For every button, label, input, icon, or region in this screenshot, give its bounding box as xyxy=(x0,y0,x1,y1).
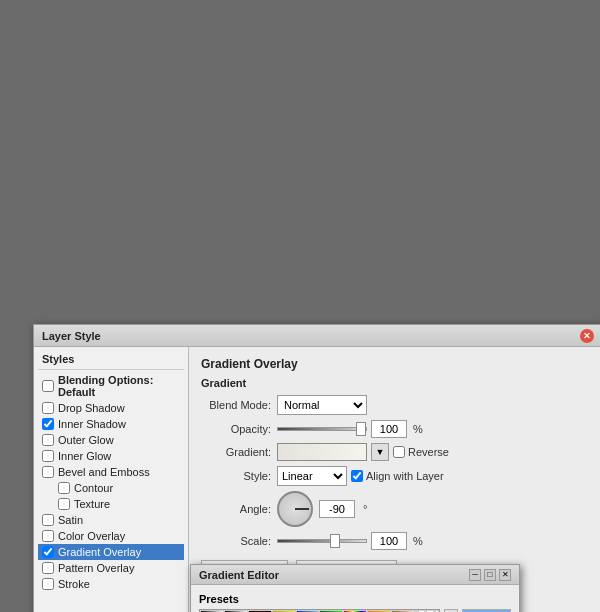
bevel-emboss-label: Bevel and Emboss xyxy=(58,466,150,478)
scale-slider-container: % xyxy=(277,532,423,550)
gradient-overlay-checkbox[interactable] xyxy=(42,546,54,558)
blending-options-checkbox[interactable] xyxy=(42,380,54,392)
angle-degree: ° xyxy=(363,503,367,515)
satin-checkbox[interactable] xyxy=(42,514,54,526)
sidebar-item-contour[interactable]: Contour xyxy=(38,480,184,496)
sidebar-item-pattern-overlay[interactable]: Pattern Overlay xyxy=(38,560,184,576)
gradient-preview: ▼ Reverse xyxy=(277,443,449,461)
style-select-container: Linear Align with Layer xyxy=(277,466,444,486)
sub-section-title: Gradient xyxy=(201,377,590,389)
sidebar-item-blending-options[interactable]: Blending Options: Default xyxy=(38,372,184,400)
sidebar-item-texture[interactable]: Texture xyxy=(38,496,184,512)
opacity-unit: % xyxy=(413,423,423,435)
pattern-overlay-checkbox[interactable] xyxy=(42,562,54,574)
opacity-input[interactable] xyxy=(371,420,407,438)
reverse-text: Reverse xyxy=(408,446,449,458)
outer-glow-label: Outer Glow xyxy=(58,434,114,446)
ge-maximize-icon[interactable]: □ xyxy=(484,569,496,581)
ge-title-icons: ─ □ ✕ xyxy=(469,569,511,581)
angle-input[interactable] xyxy=(319,500,355,518)
inner-glow-checkbox[interactable] xyxy=(42,450,54,462)
angle-dial[interactable] xyxy=(277,491,313,527)
sidebar-item-inner-shadow[interactable]: Inner Shadow xyxy=(38,416,184,432)
gradient-swatch[interactable] xyxy=(277,443,367,461)
sidebar-item-gradient-overlay[interactable]: Gradient Overlay xyxy=(38,544,184,560)
close-icon[interactable]: ✕ xyxy=(580,329,594,343)
pattern-overlay-label: Pattern Overlay xyxy=(58,562,134,574)
style-label: Style: xyxy=(201,470,271,482)
blend-mode-label: Blend Mode: xyxy=(201,399,271,411)
angle-label: Angle: xyxy=(201,503,271,515)
blending-options-label: Blending Options: Default xyxy=(58,374,180,398)
sidebar-item-satin[interactable]: Satin xyxy=(38,512,184,528)
styles-panel-title: Styles xyxy=(38,351,184,370)
ge-minimize-icon[interactable]: ─ xyxy=(469,569,481,581)
ge-close-icon[interactable]: ✕ xyxy=(499,569,511,581)
outer-glow-checkbox[interactable] xyxy=(42,434,54,446)
contour-checkbox[interactable] xyxy=(58,482,70,494)
reverse-checkbox[interactable] xyxy=(393,446,405,458)
align-with-layer-text: Align with Layer xyxy=(366,470,444,482)
style-select[interactable]: Linear xyxy=(277,466,347,486)
gradient-row: Gradient: ▼ Reverse xyxy=(201,443,590,461)
sidebar-item-stroke[interactable]: Stroke xyxy=(38,576,184,592)
blend-mode-select[interactable]: Normal xyxy=(277,395,367,415)
color-overlay-label: Color Overlay xyxy=(58,530,125,542)
drop-shadow-label: Drop Shadow xyxy=(58,402,125,414)
contour-label: Contour xyxy=(74,482,113,494)
layer-style-title: Layer Style xyxy=(42,330,101,342)
bevel-emboss-checkbox[interactable] xyxy=(42,466,54,478)
align-with-layer-checkbox[interactable] xyxy=(351,470,363,482)
color-overlay-checkbox[interactable] xyxy=(42,530,54,542)
stroke-checkbox[interactable] xyxy=(42,578,54,590)
gradient-editor-dialog: Gradient Editor ─ □ ✕ Presets xyxy=(190,564,520,612)
inner-shadow-label: Inner Shadow xyxy=(58,418,126,430)
sidebar-item-drop-shadow[interactable]: Drop Shadow xyxy=(38,400,184,416)
gradient-dropdown-arrow[interactable]: ▼ xyxy=(371,443,389,461)
styles-panel: Styles Blending Options: Default Drop Sh… xyxy=(34,347,189,612)
sidebar-item-bevel-emboss[interactable]: Bevel and Emboss xyxy=(38,464,184,480)
sidebar-item-outer-glow[interactable]: Outer Glow xyxy=(38,432,184,448)
stroke-label: Stroke xyxy=(58,578,90,590)
texture-label: Texture xyxy=(74,498,110,510)
gradient-label: Gradient: xyxy=(201,446,271,458)
angle-row: Angle: ° xyxy=(201,491,590,527)
section-title: Gradient Overlay xyxy=(201,357,590,371)
reverse-label: Reverse xyxy=(393,446,449,458)
presets-title: Presets xyxy=(199,593,511,605)
drop-shadow-checkbox[interactable] xyxy=(42,402,54,414)
gradient-overlay-label: Gradient Overlay xyxy=(58,546,141,558)
blend-mode-row: Blend Mode: Normal xyxy=(201,395,590,415)
opacity-slider[interactable] xyxy=(277,427,367,431)
opacity-slider-container: % xyxy=(277,420,423,438)
style-row: Style: Linear Align with Layer xyxy=(201,466,590,486)
scale-slider[interactable] xyxy=(277,539,367,543)
presets-section: Presets xyxy=(199,593,511,612)
gradient-editor-titlebar: Gradient Editor ─ □ ✕ xyxy=(191,565,519,585)
satin-label: Satin xyxy=(58,514,83,526)
layer-style-titlebar: Layer Style ✕ xyxy=(34,325,600,347)
sidebar-item-inner-glow[interactable]: Inner Glow xyxy=(38,448,184,464)
opacity-row: Opacity: % xyxy=(201,420,590,438)
scale-input[interactable] xyxy=(371,532,407,550)
align-with-layer-label: Align with Layer xyxy=(351,470,444,482)
scale-label: Scale: xyxy=(201,535,271,547)
opacity-label: Opacity: xyxy=(201,423,271,435)
scale-unit: % xyxy=(413,535,423,547)
scale-row: Scale: % xyxy=(201,532,590,550)
gradient-editor-title: Gradient Editor xyxy=(199,569,279,581)
texture-checkbox[interactable] xyxy=(58,498,70,510)
gradient-editor-body: Presets xyxy=(191,585,519,612)
inner-glow-label: Inner Glow xyxy=(58,450,111,462)
sidebar-item-color-overlay[interactable]: Color Overlay xyxy=(38,528,184,544)
inner-shadow-checkbox[interactable] xyxy=(42,418,54,430)
